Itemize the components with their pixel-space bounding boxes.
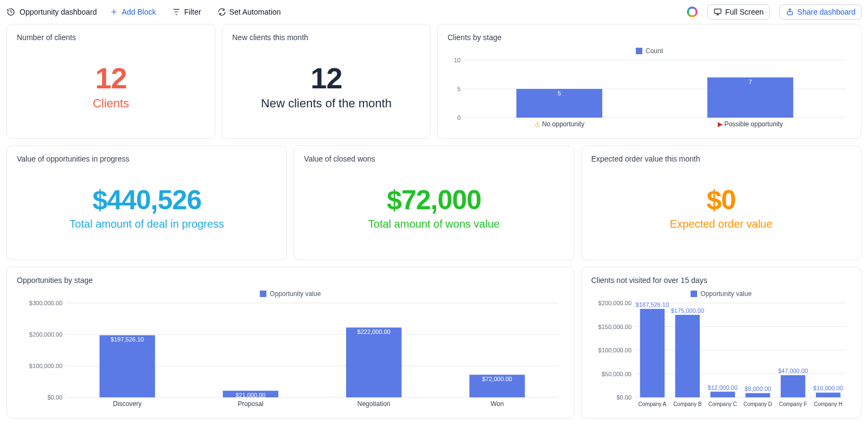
chart-legend: Opportunity value xyxy=(591,287,851,299)
plus-icon xyxy=(110,8,118,16)
category-label: Company F xyxy=(779,401,807,407)
stat-label: Expected order value xyxy=(670,218,773,230)
bar[interactable] xyxy=(816,392,840,397)
svg-text:$100,000.00: $100,000.00 xyxy=(29,363,62,369)
history-icon xyxy=(7,8,15,16)
bar-value-label: $187,526.10 xyxy=(635,301,668,308)
bar-value-label: $9,000.00 xyxy=(744,385,771,392)
present-icon xyxy=(713,8,722,16)
stat-value: $0 xyxy=(707,186,736,215)
full-screen-button[interactable]: Full Screen xyxy=(707,4,770,20)
category-label: Company A xyxy=(638,401,666,407)
category-label: Negotiation xyxy=(358,400,391,408)
category-label: Company D xyxy=(743,401,772,407)
legend-label: Opportunity value xyxy=(270,290,321,298)
card-clients-by-stage[interactable]: Clients by stage Count 05105⚠ No opportu… xyxy=(437,24,861,139)
dashboard-grid: Number of clients 12 Clients New clients… xyxy=(0,24,868,425)
card-opportunities-in-progress[interactable]: Value of opportunities in progress $440,… xyxy=(7,145,287,260)
legend-label: Opportunity value xyxy=(700,290,751,298)
filter-icon xyxy=(172,8,181,16)
card-title: Clients by stage xyxy=(448,33,851,42)
stat-value: 12 xyxy=(95,63,126,94)
dashboard-title-group: Opportunity dashboard xyxy=(7,8,97,16)
card-title: Expected order value this month xyxy=(591,154,851,163)
stat-label: New clients of the month xyxy=(261,96,392,111)
legend-swatch xyxy=(636,48,642,54)
automation-label: Set Automation xyxy=(229,8,281,16)
category-label: Company H xyxy=(814,401,843,407)
category-label: Company C xyxy=(708,401,737,407)
card-title: Clients not visited for over 15 days xyxy=(591,276,851,285)
chart-legend: Count xyxy=(448,44,851,56)
svg-text:$200,000.00: $200,000.00 xyxy=(29,331,62,338)
set-automation-button[interactable]: Set Automation xyxy=(214,7,284,17)
bar-value-label: $12,000.00 xyxy=(707,384,737,391)
bar[interactable] xyxy=(99,335,155,397)
svg-text:5: 5 xyxy=(457,86,461,92)
card-closed-wons[interactable]: Value of closed wons $72,000 Total amoun… xyxy=(293,145,574,260)
bar-value-label: $21,000.00 xyxy=(235,392,265,398)
bar-value-label: $10,000.00 xyxy=(813,385,843,391)
svg-text:$50,000.00: $50,000.00 xyxy=(602,371,631,377)
card-title: Value of closed wons xyxy=(304,154,564,163)
filter-button[interactable]: Filter xyxy=(169,7,204,17)
bar[interactable] xyxy=(710,392,735,397)
svg-text:$200,000.00: $200,000.00 xyxy=(598,300,631,306)
category-label: ▶ Possible opportunity xyxy=(718,120,783,128)
card-title: Number of clients xyxy=(17,33,205,42)
svg-text:0: 0 xyxy=(457,114,461,121)
stat-value: $72,000 xyxy=(387,186,481,215)
filter-label: Filter xyxy=(184,8,201,16)
full-screen-label: Full Screen xyxy=(725,8,764,16)
chart-canvas: $0.00$50,000.00$100,000.00$150,000.00$20… xyxy=(591,299,851,411)
legend-swatch xyxy=(691,291,697,297)
bar[interactable] xyxy=(675,315,699,397)
stat-label: Total amount of wons value xyxy=(368,218,500,230)
svg-rect-0 xyxy=(714,9,721,14)
bar[interactable] xyxy=(745,393,770,397)
stat-label: Clients xyxy=(93,96,129,111)
share-icon xyxy=(786,8,794,16)
card-title: Opportunities by stage xyxy=(17,276,564,285)
bar[interactable] xyxy=(640,309,664,397)
category-label: Company B xyxy=(673,401,702,407)
svg-text:$0.00: $0.00 xyxy=(47,394,62,401)
card-new-clients[interactable]: New clients this month 12 New clients of… xyxy=(222,24,431,139)
bar-value-label: $197,526.10 xyxy=(111,336,144,343)
legend-label: Count xyxy=(646,47,663,55)
svg-text:$300,000.00: $300,000.00 xyxy=(29,300,62,306)
share-label: Share dashboard xyxy=(797,8,856,16)
bar-value-label: $175,000.00 xyxy=(671,307,704,314)
add-block-label: Add Block xyxy=(122,8,156,16)
bar-value-label: $47,000.00 xyxy=(778,368,808,374)
stat-label: Total amount of deal in progress xyxy=(69,218,224,230)
add-block-button[interactable]: Add Block xyxy=(106,7,159,17)
toolbar: Opportunity dashboard Add Block Filter S… xyxy=(0,0,868,24)
stat-value: $440,526 xyxy=(92,186,201,215)
stat-value: 12 xyxy=(310,63,342,94)
bar-value-label: $222,000.00 xyxy=(358,328,391,335)
refresh-icon xyxy=(218,8,226,16)
chart-canvas: $0.00$100,000.00$200,000.00$300,000.00$1… xyxy=(17,299,564,411)
bar[interactable] xyxy=(781,375,805,397)
card-expected-order[interactable]: Expected order value this month $0 Expec… xyxy=(581,145,861,260)
category-label: Won xyxy=(490,400,503,408)
bar[interactable] xyxy=(346,327,401,397)
category-label: Discovery xyxy=(113,400,142,408)
bar-value-label: 5 xyxy=(558,90,561,96)
share-dashboard-button[interactable]: Share dashboard xyxy=(780,4,861,20)
brand-ring-icon xyxy=(687,7,698,17)
chart-canvas: 05105⚠ No opportunity7▶ Possible opportu… xyxy=(448,56,851,131)
svg-text:$150,000.00: $150,000.00 xyxy=(598,324,631,330)
card-title: New clients this month xyxy=(232,33,420,42)
svg-text:10: 10 xyxy=(454,57,461,63)
category-label: ⚠ No opportunity xyxy=(534,120,584,128)
card-clients-not-visited[interactable]: Clients not visited for over 15 days Opp… xyxy=(581,267,861,418)
card-opportunities-by-stage[interactable]: Opportunities by stage Opportunity value… xyxy=(7,267,575,418)
legend-swatch xyxy=(260,291,266,297)
bar-value-label: 7 xyxy=(749,79,752,85)
chart-legend: Opportunity value xyxy=(17,287,564,299)
svg-text:$0.00: $0.00 xyxy=(616,394,631,401)
svg-text:$100,000.00: $100,000.00 xyxy=(598,347,631,353)
card-number-of-clients[interactable]: Number of clients 12 Clients xyxy=(7,24,215,139)
